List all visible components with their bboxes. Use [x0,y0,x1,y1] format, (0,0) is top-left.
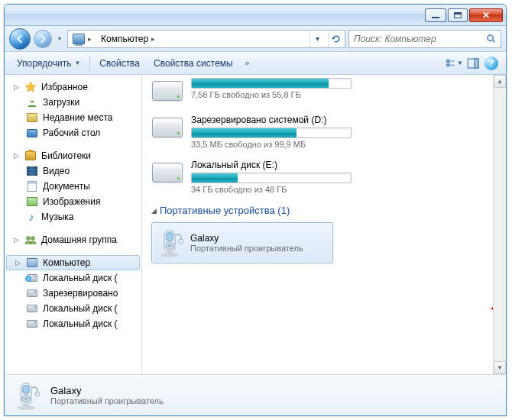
chevron-right-icon: ▸ [151,35,155,43]
svg-rect-15 [23,386,29,393]
minimize-button[interactable] [425,8,446,22]
help-button[interactable]: ? [483,55,500,72]
drive-name: Зарезервировано системой (D:) [191,115,367,125]
command-bar: Упорядочить ▼ Свойства Свойства системы … [5,52,506,75]
homegroup-icon [24,234,37,246]
forward-button[interactable] [34,30,52,48]
sidebar-item-videos[interactable]: Видео [5,163,141,179]
sidebar-item-label: Документы [43,181,90,192]
chevron-right-icon: ▸ [88,35,92,43]
svg-point-17 [24,397,28,400]
svg-point-12 [179,239,183,244]
maximize-button[interactable] [448,8,468,22]
svg-rect-4 [475,59,478,68]
drive-icon [26,272,38,284]
refresh-button[interactable] [328,31,343,47]
hard-drive-icon [151,115,183,141]
organize-menu[interactable]: Упорядочить ▼ [11,56,86,71]
drive-icon [26,318,38,330]
system-properties-label: Свойства системы [154,58,233,69]
address-dropdown-button[interactable]: ▾ [309,31,325,47]
collapse-icon[interactable]: ◢ [151,207,157,215]
sidebar-item-label: Локальный диск ( [43,318,118,329]
sidebar-item-label: Домашняя группа [41,234,117,245]
svg-point-5 [27,237,31,241]
sidebar-item-label: Компьютер [43,257,90,268]
sidebar-item-label: Загрузки [43,97,79,108]
collapse-icon[interactable]: ▷ [12,152,20,160]
close-button[interactable]: ✕ [469,8,503,22]
details-subtitle: Портативный проигрыватель [50,396,164,405]
search-input[interactable] [354,34,486,44]
svg-point-0 [488,36,493,41]
capacity-bar [191,78,352,89]
device-subtitle: Портативный проигрыватель [190,244,303,253]
collapse-icon[interactable]: ▷ [12,236,20,244]
view-options-button[interactable]: ▼ [446,55,463,72]
back-button[interactable] [9,28,31,50]
titlebar[interactable]: ✕ [5,5,506,26]
sidebar-item-label: Музыка [41,212,73,222]
svg-point-7 [160,253,179,257]
sidebar-item-label: Рабочий стол [43,128,100,138]
breadcrumb-label: Компьютер [101,34,148,44]
svg-rect-2 [447,63,450,66]
toolbar-overflow-button[interactable]: » [241,59,254,67]
drive-item[interactable]: Локальный диск (E:) 34 ГБ свободно из 48… [151,160,497,194]
hard-drive-icon [151,78,183,104]
search-box[interactable] [348,30,501,48]
scroll-down-button[interactable]: ▼ [494,361,506,374]
sidebar-item-drive-e[interactable]: Локальный диск ( [5,301,141,316]
details-pane: Galaxy Портативный проигрыватель [5,374,506,415]
nav-history-dropdown[interactable]: ▾ [55,31,64,47]
music-icon: ♪ [26,212,37,222]
capacity-text: 33,5 МБ свободно из 99,9 МБ [191,140,367,149]
sidebar-homegroup[interactable]: ▷ Домашняя группа [5,232,141,247]
sidebar-libraries[interactable]: ▷ Библиотеки [5,148,141,163]
preview-pane-button[interactable] [465,55,481,72]
device-item-galaxy[interactable]: Galaxy Портативный проигрыватель [151,222,333,263]
sidebar-computer[interactable]: ▷ Компьютер [6,255,140,270]
sidebar-item-label: Видео [43,166,70,176]
drive-item[interactable]: 7,58 ГБ свободно из 55,8 ГБ [151,78,497,104]
sidebar-item-music[interactable]: ♪ Музыка [5,209,141,225]
drive-icon [26,302,38,315]
chevron-down-icon: ▼ [74,60,80,66]
breadcrumb-root[interactable]: ▸ [70,31,95,47]
drive-item[interactable]: Зарезервировано системой (D:) 33,5 МБ св… [151,115,497,149]
properties-label: Свойства [99,58,140,69]
sidebar-favorites[interactable]: ▷ Избранное [5,79,141,95]
capacity-text: 7,58 ГБ свободно из 55,8 ГБ [191,90,367,99]
sidebar-item-pictures[interactable]: Изображения [5,194,141,209]
collapse-icon[interactable]: ▷ [14,259,21,267]
address-bar[interactable]: ▸ Компьютер ▸ ▾ [67,30,345,48]
sidebar-item-downloads[interactable]: Загрузки [5,95,141,110]
nav-bar: ▾ ▸ Компьютер ▸ ▾ [5,26,506,52]
vertical-scrollbar[interactable]: ▲ ▼ [493,75,506,374]
sidebar-item-recent[interactable]: Недавние места [5,110,141,125]
capacity-bar [191,173,352,183]
search-icon [486,34,496,44]
help-icon: ? [484,57,498,70]
sidebar-item-drive-c[interactable]: Локальный диск ( [5,270,141,286]
explorer-window: ✕ ▾ ▸ Компьютер ▸ ▾ [4,4,507,416]
capacity-bar [191,128,352,138]
properties-button[interactable]: Свойства [93,56,146,71]
system-properties-button[interactable]: Свойства системы [147,56,239,71]
libraries-icon [24,150,37,162]
svg-rect-9 [167,233,173,241]
category-header[interactable]: ◢ Портативные устройства (1) [151,205,497,216]
sidebar-item-label: Локальный диск ( [43,303,118,314]
sidebar-item-drive-f[interactable]: Локальный диск ( [5,316,141,331]
svg-point-6 [31,237,35,241]
drive-icon [26,287,38,299]
collapse-icon[interactable]: ▷ [12,83,20,91]
capacity-text: 34 ГБ свободно из 48 ГБ [191,185,367,194]
sidebar-item-drive-d[interactable]: Зарезервировано [5,286,141,301]
sidebar-item-documents[interactable]: Документы [5,179,141,194]
svg-point-13 [17,405,35,410]
sidebar-item-desktop[interactable]: Рабочий стол [5,125,141,141]
portable-device-icon [158,228,184,258]
breadcrumb-computer[interactable]: Компьютер ▸ [98,31,158,47]
scroll-up-button[interactable]: ▲ [494,75,506,88]
